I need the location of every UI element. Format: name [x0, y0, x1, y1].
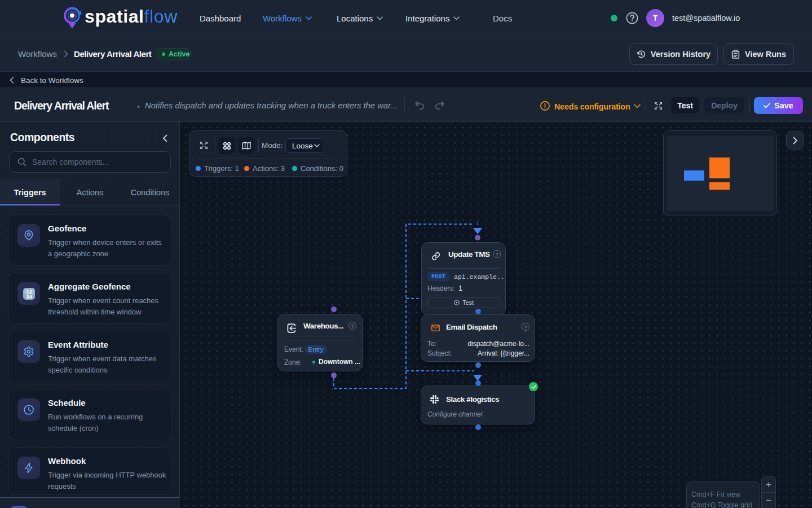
- svg-text:1: 1: [476, 221, 479, 226]
- svg-text:34: 34: [26, 294, 32, 300]
